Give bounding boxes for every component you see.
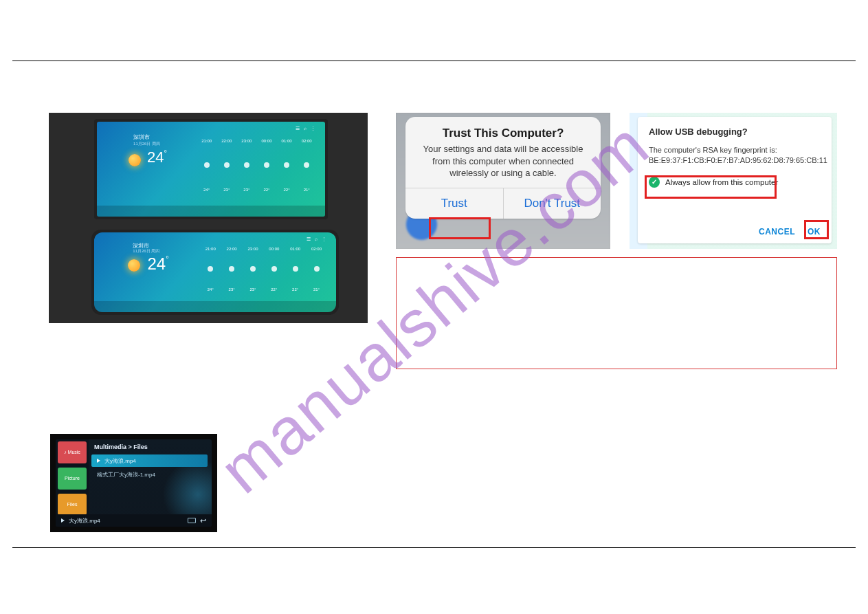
trust-button[interactable]: Trust — [405, 188, 503, 219]
android-dialog-body: The computer's RSA key fingerprint is: B… — [649, 145, 821, 166]
rsa-fingerprint: BE:E9:37:F1:CB:F0:E7:B7:AD:95:62:D8:79:6… — [649, 155, 821, 166]
screen-header-icons: ☰ ⌕ ⋮ — [307, 237, 328, 242]
cancel-button[interactable]: CANCEL — [759, 227, 795, 237]
car-media-screen: ♪ Music Picture Files Multimedia > Files… — [56, 439, 212, 527]
checkmark-icon: ✓ — [649, 177, 660, 188]
always-allow-label: Always allow from this computer — [665, 178, 778, 186]
callout-box — [396, 257, 837, 369]
dont-trust-button[interactable]: Don't Trust — [503, 188, 601, 219]
media-footer: 大y海浪.mp4 ↩ — [56, 514, 212, 527]
file-name: 大y海浪.mp4 — [104, 457, 136, 465]
phone-screen: ☰ ⌕ ⋮ 深圳市 11月26日 周四 24° 21:0024° 22:0023… — [94, 232, 336, 312]
figure-weather-mirror: ☰ ⌕ ⋮ 深圳市 11月26日 周四 24° 21:0024° 22:0023… — [49, 113, 368, 323]
play-icon — [97, 459, 100, 463]
screen-header-icons: ☰ ⌕ ⋮ — [296, 126, 317, 131]
figure-ios-trust-dialog: Trust This Computer? Your settings and d… — [396, 113, 610, 249]
sun-icon — [128, 259, 140, 272]
figure-android-usb-debugging: Allow USB debugging? The computer's RSA … — [630, 113, 837, 249]
ok-button[interactable]: OK — [808, 227, 821, 237]
now-playing-label: 大y海浪.mp4 — [69, 517, 100, 525]
sidebar-tab-files[interactable]: Files — [58, 494, 87, 516]
sidebar-tab-picture[interactable]: Picture — [58, 468, 87, 490]
figure-multimedia-files: ♪ Music Picture Files Multimedia > Files… — [50, 434, 217, 532]
weather-date: 11月26日 周四 — [133, 141, 160, 147]
play-icon[interactable] — [61, 518, 65, 523]
car-display-screen: ☰ ⌕ ⋮ 深圳市 11月26日 周四 24° 21:0024° 22:0023… — [97, 122, 325, 217]
fullscreen-icon[interactable] — [188, 518, 196, 523]
file-row-selected[interactable]: 大y海浪.mp4 — [91, 454, 208, 467]
car-display-frame: ☰ ⌕ ⋮ 深圳市 11月26日 周四 24° 21:0024° 22:0023… — [94, 119, 328, 219]
phone-frame: ☰ ⌕ ⋮ 深圳市 11月26日 周四 24° 21:0024° 22:0023… — [91, 230, 339, 315]
weather-date: 11月26日 周四 — [133, 248, 159, 254]
ios-alert-title: Trust This Computer? — [405, 117, 601, 143]
file-row[interactable]: 格式工厂大y海浪-1.mp4 — [91, 468, 208, 481]
back-icon[interactable]: ↩ — [200, 516, 206, 525]
forecast-grid: 21:0024° 22:0023° 23:0023° 00:0022° 01:0… — [201, 247, 326, 292]
always-allow-row[interactable]: ✓ Always allow from this computer — [649, 177, 821, 188]
ios-alert-card: Trust This Computer? Your settings and d… — [405, 117, 601, 219]
divider-top — [12, 61, 856, 61]
android-dialog-actions: CANCEL OK — [649, 227, 821, 237]
sun-icon — [129, 154, 141, 166]
file-name: 格式工厂大y海浪-1.mp4 — [97, 471, 155, 479]
divider-bottom — [12, 547, 856, 548]
sidebar-tab-music[interactable]: ♪ Music — [58, 441, 87, 463]
weather-temp: 24° — [147, 254, 168, 274]
android-dialog-card: Allow USB debugging? The computer's RSA … — [638, 117, 832, 243]
forecast-grid: 21:0024° 22:0023° 23:0023° 00:0022° 01:0… — [197, 139, 316, 192]
ios-alert-body: Your settings and data will be accessibl… — [405, 143, 601, 188]
rsa-label: The computer's RSA key fingerprint is: — [649, 145, 821, 155]
android-dialog-title: Allow USB debugging? — [649, 127, 821, 137]
breadcrumb: Multimedia > Files — [94, 443, 148, 450]
weather-temp: 24° — [147, 149, 167, 166]
media-sidebar: ♪ Music Picture Files — [56, 439, 89, 527]
ios-alert-actions: Trust Don't Trust — [405, 188, 601, 219]
weather-city: 深圳市 — [133, 133, 150, 141]
